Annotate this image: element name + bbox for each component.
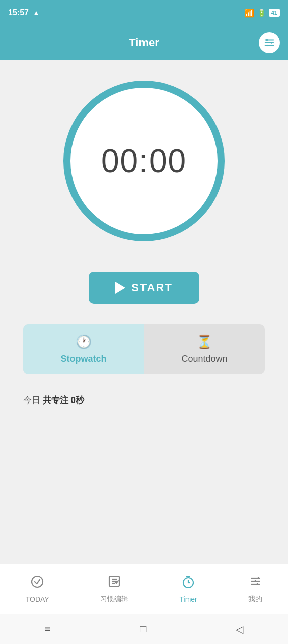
settings-button[interactable] [259, 32, 280, 53]
back-nav-icon[interactable]: ◁ [236, 623, 243, 635]
status-warning: ▲ [33, 9, 40, 17]
timer-display: 00:00 [101, 142, 187, 180]
profile-nav-icon [248, 574, 262, 592]
nav-timer[interactable]: Timer [180, 575, 197, 603]
start-button[interactable]: START [89, 272, 199, 304]
header: Timer [0, 25, 288, 60]
countdown-label: Countdown [181, 354, 227, 364]
svg-point-4 [271, 42, 273, 44]
wifi-icon: 📶 [244, 8, 254, 18]
play-icon [115, 282, 125, 294]
today-prefix: 今日 [23, 395, 43, 405]
svg-point-5 [267, 45, 269, 47]
menu-nav-icon[interactable]: ≡ [45, 623, 51, 635]
tab-countdown[interactable]: ⏳ Countdown [144, 324, 265, 374]
settings-icon [264, 37, 275, 48]
tab-switcher: 🕐 Stopwatch ⏳ Countdown [23, 324, 265, 374]
timer-circle: 00:00 [63, 80, 225, 242]
today-focus-count: 共专注 0秒 [43, 395, 84, 405]
main-content: 00:00 START 🕐 Stopwatch ⏳ Countdown 今日 共… [0, 60, 288, 564]
tab-stopwatch[interactable]: 🕐 Stopwatch [23, 324, 144, 374]
start-label: START [131, 281, 173, 294]
profile-nav-label: 我的 [248, 595, 262, 604]
system-nav: ≡ □ ◁ [0, 614, 288, 644]
today-focus: 今日 共专注 0秒 [23, 389, 265, 411]
timer-nav-label: Timer [180, 595, 197, 603]
nav-habit[interactable]: 习惯编辑 [100, 574, 128, 604]
status-right: 📶 🔋 41 [244, 8, 280, 18]
bottom-nav: TODAY 习惯编辑 Timer [0, 564, 288, 614]
status-time: 15:57 [8, 8, 29, 17]
today-nav-label: TODAY [26, 595, 49, 603]
stopwatch-icon: 🕐 [76, 334, 92, 350]
svg-point-3 [266, 39, 268, 41]
habit-nav-label: 习惯编辑 [100, 595, 128, 604]
habit-nav-icon [107, 574, 121, 592]
nav-profile[interactable]: 我的 [248, 574, 262, 604]
stopwatch-label: Stopwatch [60, 354, 106, 364]
countdown-icon: ⏳ [196, 334, 212, 350]
svg-point-6 [32, 576, 43, 587]
nav-today[interactable]: TODAY [26, 575, 49, 603]
page-title: Timer [129, 36, 159, 49]
status-left: 15:57 ▲ [8, 8, 40, 17]
timer-nav-icon [181, 575, 195, 592]
home-nav-icon[interactable]: □ [140, 623, 146, 635]
status-bar: 15:57 ▲ 📶 🔋 41 [0, 0, 288, 25]
battery-icon: 🔋 [257, 9, 266, 17]
today-nav-icon [30, 575, 44, 592]
battery-level: 41 [269, 9, 280, 17]
